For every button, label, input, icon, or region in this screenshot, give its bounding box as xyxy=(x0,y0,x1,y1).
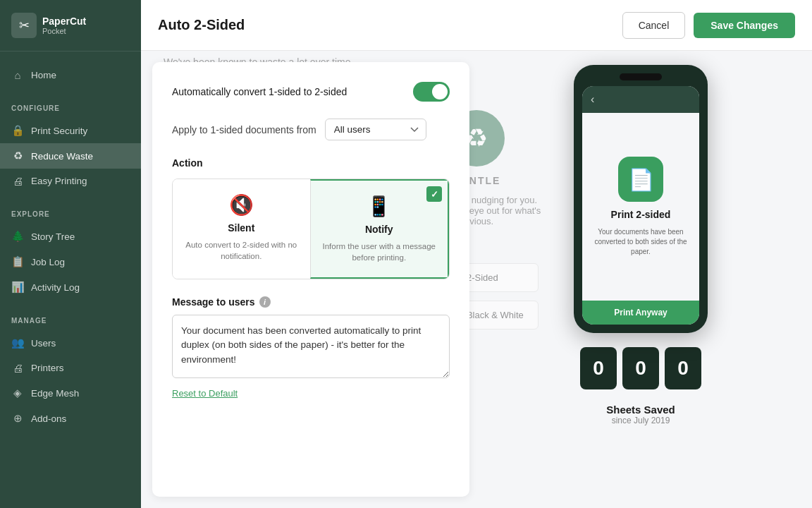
counter-digit-3: 0 xyxy=(665,347,701,389)
message-label-text: Message to users xyxy=(172,296,255,308)
sheets-saved-sublabel: since July 2019 xyxy=(606,416,675,425)
action-cards: 🔇 Silent Auto convert to 2-sided with no… xyxy=(172,179,450,279)
sidebar-item-activity-log[interactable]: 📊 Activity Log xyxy=(0,274,141,300)
notify-desc: Inform the user with a message before pr… xyxy=(322,241,437,263)
sidebar-item-story-tree[interactable]: 🌲 Story Tree xyxy=(0,224,141,249)
print-anyway-button[interactable]: Print Anyway xyxy=(589,308,692,318)
apply-row: Apply to 1-sided documents from All user… xyxy=(172,119,450,140)
sidebar-manage-heading: MANAGE xyxy=(0,314,141,330)
sidebar-item-home[interactable]: ⌂ Home xyxy=(0,63,141,87)
phone-header: ‹ xyxy=(582,86,699,113)
toggle-label: Automatically convert 1-sided to 2-sided xyxy=(172,86,347,97)
toggle-row: Automatically convert 1-sided to 2-sided xyxy=(172,82,450,102)
phone-back-button[interactable]: ‹ xyxy=(591,93,594,106)
message-textarea[interactable]: Your document has been converted automat… xyxy=(172,315,450,378)
sidebar: ✂ PaperCut Pocket ⌂ Home CONFIGURE 🔒 Pri… xyxy=(0,0,141,508)
sidebar-explore-section: EXPLORE 🌲 Story Tree 📋 Job Log 📊 Activit… xyxy=(0,196,141,303)
auto-convert-toggle[interactable] xyxy=(413,82,450,102)
top-bar-actions: Cancel Save Changes xyxy=(622,12,795,39)
action-section-label: Action xyxy=(172,157,450,169)
sidebar-print-security-label: Print Security xyxy=(31,126,87,136)
sheets-saved-label: Sheets Saved xyxy=(606,404,675,416)
easy-printing-icon: 🖨 xyxy=(11,175,24,187)
phone-body: 📄 Print 2-sided Your documents have been… xyxy=(582,113,699,301)
message-section-label: Message to users i xyxy=(172,296,450,308)
form-panel: Automatically convert 1-sided to 2-sided… xyxy=(152,62,469,497)
phone-app-icon: 📄 xyxy=(618,157,663,202)
toggle-knob xyxy=(432,84,448,99)
phone-app-title: Print 2-sided xyxy=(611,209,671,220)
sidebar-manage-section: MANAGE 👥 Users 🖨 Printers ◈ Edge Mesh ⊕ … xyxy=(0,303,141,434)
cancel-button[interactable]: Cancel xyxy=(622,12,686,39)
apply-dropdown[interactable]: All users Selected groups No one xyxy=(325,119,426,140)
notify-icon: 📱 xyxy=(367,195,391,218)
silent-title: Silent xyxy=(228,222,254,234)
sidebar-home-section: ⌂ Home xyxy=(0,52,141,90)
sidebar-item-edge-mesh[interactable]: ◈ Edge Mesh xyxy=(0,380,141,406)
save-button[interactable]: Save Changes xyxy=(694,13,795,38)
logo-icon: ✂ xyxy=(11,13,37,38)
modal-body: Automatically convert 1-sided to 2-sided… xyxy=(141,51,812,508)
counter-label-area: Sheets Saved since July 2019 xyxy=(606,404,675,425)
phone-notch xyxy=(620,73,662,80)
job-log-icon: 📋 xyxy=(11,255,24,268)
logo-text-area: PaperCut Pocket xyxy=(42,16,86,36)
story-tree-icon: 🌲 xyxy=(11,230,24,243)
action-card-notify[interactable]: ✓ 📱 Notify Inform the user with a messag… xyxy=(310,179,450,279)
sidebar-explore-heading: EXPLORE xyxy=(0,207,141,224)
counter-digit-2: 0 xyxy=(622,347,659,389)
sidebar-easy-printing-label: Easy Printing xyxy=(31,176,87,186)
preview-panel: ‹ 📄 Print 2-sided Your documents have be… xyxy=(469,51,812,508)
phone-app-desc: Your documents have been converted to bo… xyxy=(591,227,691,257)
sidebar-item-print-security[interactable]: 🔒 Print Security xyxy=(0,118,141,143)
info-icon[interactable]: i xyxy=(259,296,271,308)
sidebar-item-users[interactable]: 👥 Users xyxy=(0,330,141,356)
counter-digit-1: 0 xyxy=(580,347,617,389)
app-sub: Pocket xyxy=(42,27,86,35)
home-icon: ⌂ xyxy=(11,69,24,81)
sidebar-printers-label: Printers xyxy=(31,363,64,373)
reset-link[interactable]: Reset to Default xyxy=(172,388,238,399)
modal-title: Auto 2-Sided xyxy=(158,17,245,33)
notify-title: Notify xyxy=(365,224,393,235)
print-security-icon: 🔒 xyxy=(11,124,24,137)
counter-display: 0 0 0 xyxy=(580,347,701,389)
main-area: Reduce Waste We've been known to waste a… xyxy=(141,0,812,508)
action-card-silent[interactable]: 🔇 Silent Auto convert to 2-sided with no… xyxy=(173,179,310,279)
sidebar-activity-log-label: Activity Log xyxy=(31,282,80,293)
sidebar-home-label: Home xyxy=(31,70,56,80)
sidebar-job-log-label: Job Log xyxy=(31,257,65,267)
phone-footer: Print Anyway xyxy=(582,301,699,325)
sidebar-users-label: Users xyxy=(31,338,56,349)
phone-mockup: ‹ 📄 Print 2-sided Your documents have be… xyxy=(574,65,708,333)
sidebar-item-reduce-waste[interactable]: ♻ Reduce Waste xyxy=(0,143,141,169)
sidebar-item-easy-printing[interactable]: 🖨 Easy Printing xyxy=(0,169,141,193)
addons-icon: ⊕ xyxy=(11,412,24,425)
sidebar-configure-heading: CONFIGURE xyxy=(0,102,141,118)
reduce-waste-icon: ♻ xyxy=(11,150,24,162)
edge-mesh-icon: ◈ xyxy=(11,387,24,399)
sidebar-item-job-log[interactable]: 📋 Job Log xyxy=(0,249,141,274)
printers-icon: 🖨 xyxy=(11,362,24,374)
activity-log-icon: 📊 xyxy=(11,281,24,294)
sidebar-configure-section: CONFIGURE 🔒 Print Security ♻ Reduce Wast… xyxy=(0,90,141,196)
sidebar-item-addons[interactable]: ⊕ Add-ons xyxy=(0,406,141,431)
apply-label: Apply to 1-sided documents from xyxy=(172,124,316,135)
top-bar: Auto 2-Sided Cancel Save Changes xyxy=(141,0,812,51)
silent-desc: Auto convert to 2-sided with no notifica… xyxy=(184,239,299,262)
notify-checkmark: ✓ xyxy=(426,186,442,202)
sidebar-edge-mesh-label: Edge Mesh xyxy=(31,388,79,399)
phone-screen: ‹ 📄 Print 2-sided Your documents have be… xyxy=(582,86,699,325)
silent-icon: 🔇 xyxy=(229,193,254,217)
sidebar-story-tree-label: Story Tree xyxy=(31,231,75,242)
sidebar-addons-label: Add-ons xyxy=(31,413,66,424)
logo: ✂ PaperCut Pocket xyxy=(0,0,141,52)
users-icon: 👥 xyxy=(11,337,24,349)
sidebar-item-printers[interactable]: 🖨 Printers xyxy=(0,356,141,380)
app-name: PaperCut xyxy=(42,16,86,28)
sidebar-reduce-waste-label: Reduce Waste xyxy=(31,151,93,162)
